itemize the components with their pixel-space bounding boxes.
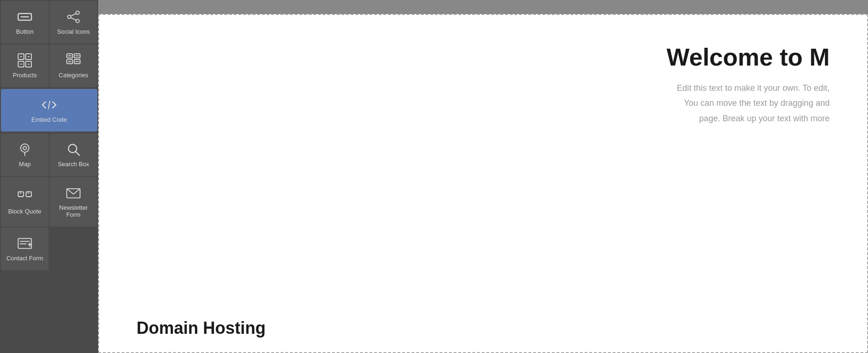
welcome-body: Edit this text to make it your own. To e…	[137, 81, 830, 126]
widget-search-box[interactable]: Search Box	[50, 133, 97, 176]
svg-point-24	[21, 144, 29, 152]
svg-line-5	[71, 14, 76, 16]
widget-grid: Button Social Icons	[0, 0, 98, 271]
svg-text:": "	[19, 191, 22, 197]
widget-products-label: Products	[13, 72, 36, 79]
domain-hosting: Domain Hosting	[99, 309, 867, 347]
widget-contact-form[interactable]: Contact Form	[1, 228, 49, 270]
svg-point-4	[76, 19, 79, 22]
main-content: Welcome to M Edit this text to make it y…	[98, 0, 868, 353]
widget-products[interactable]: Products	[1, 44, 49, 87]
widget-contact-form-label: Contact Form	[7, 255, 43, 262]
svg-text:": "	[27, 191, 29, 197]
svg-point-25	[23, 147, 26, 150]
welcome-body-line3: page. Break up your text with more	[699, 114, 830, 123]
widget-map[interactable]: Map	[1, 133, 49, 176]
quote-icon: " "	[17, 189, 32, 204]
welcome-body-line2: You can move the text by dragging and	[684, 98, 830, 108]
svg-point-2	[76, 11, 79, 15]
widget-social-icons[interactable]: Social Icons	[50, 1, 97, 44]
sidebar: Button Social Icons	[0, 0, 98, 353]
svg-line-28	[75, 151, 80, 155]
widget-newsletter-form-label: NewsletterForm	[59, 204, 87, 218]
products-icon	[17, 53, 32, 68]
search-icon	[66, 142, 81, 157]
page-canvas[interactable]: Welcome to M Edit this text to make it y…	[98, 14, 868, 353]
share-icon	[66, 9, 81, 24]
svg-line-6	[71, 18, 76, 20]
widget-search-box-label: Search Box	[58, 161, 89, 168]
widget-embed-code-label: Embed Code	[31, 116, 67, 123]
svg-point-3	[68, 15, 71, 18]
button-icon	[17, 9, 32, 24]
widget-newsletter-form[interactable]: NewsletterForm	[50, 177, 97, 227]
widget-block-quote[interactable]: " " Block Quote	[1, 177, 49, 227]
welcome-body-line1: Edit this text to make it your own. To e…	[677, 83, 830, 93]
categories-icon	[66, 53, 81, 68]
widget-embed-code[interactable]: Embed Code	[1, 89, 97, 132]
widget-block-quote-label: Block Quote	[8, 208, 42, 215]
widget-button[interactable]: Button	[1, 1, 49, 44]
widget-social-icons-label: Social Icons	[57, 28, 90, 35]
widget-button-label: Button	[16, 28, 34, 35]
widget-map-label: Map	[19, 161, 30, 168]
widget-categories[interactable]: Categories	[50, 44, 97, 87]
mail-icon	[66, 185, 81, 200]
svg-line-23	[48, 101, 50, 109]
contact-form-icon	[17, 236, 32, 251]
map-icon	[17, 142, 32, 157]
code-icon	[42, 97, 57, 112]
welcome-title: Welcome to M	[137, 43, 830, 71]
widget-categories-label: Categories	[59, 72, 88, 79]
